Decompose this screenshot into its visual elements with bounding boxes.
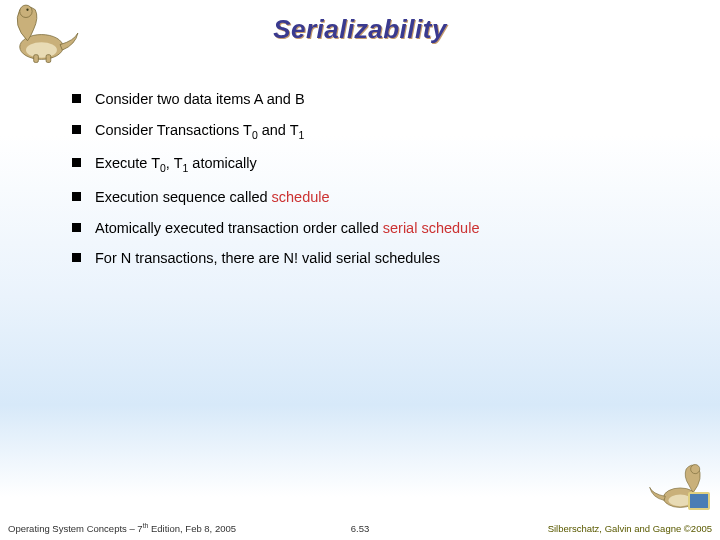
list-item: Execution sequence called schedule [72,188,680,207]
bullet-list: Consider two data items A and B Consider… [72,90,680,280]
slide-title: Serializability [0,14,720,45]
bullet-text: Consider Transactions T0 and T1 [95,121,304,142]
list-item: Atomically executed transaction order ca… [72,219,680,238]
bullet-text: Consider two data items A and B [95,90,305,109]
list-item: Consider Transactions T0 and T1 [72,121,680,142]
bullet-text: Execution sequence called schedule [95,188,330,207]
bullet-square-icon [72,223,81,232]
monitor-icon [688,492,710,510]
footer-left: Operating System Concepts – 7th Edition,… [8,522,243,534]
bullet-square-icon [72,125,81,134]
list-item: Consider two data items A and B [72,90,680,109]
bullet-text: Execute T0, T1 atomically [95,154,257,175]
footer-copyright: Silberschatz, Galvin and Gagne ©2005 [477,523,712,534]
bullet-text: For N transactions, there are N! valid s… [95,249,440,268]
svg-point-3 [26,9,28,11]
slide-footer: Operating System Concepts – 7th Edition,… [8,522,712,534]
bullet-square-icon [72,94,81,103]
list-item: For N transactions, there are N! valid s… [72,249,680,268]
svg-point-8 [691,465,700,474]
svg-rect-4 [34,55,39,63]
bullet-square-icon [72,253,81,262]
footer-page-number: 6.53 [243,523,478,534]
bullet-square-icon [72,158,81,167]
svg-rect-5 [46,55,51,63]
bullet-text: Atomically executed transaction order ca… [95,219,479,238]
list-item: Execute T0, T1 atomically [72,154,680,175]
bullet-square-icon [72,192,81,201]
